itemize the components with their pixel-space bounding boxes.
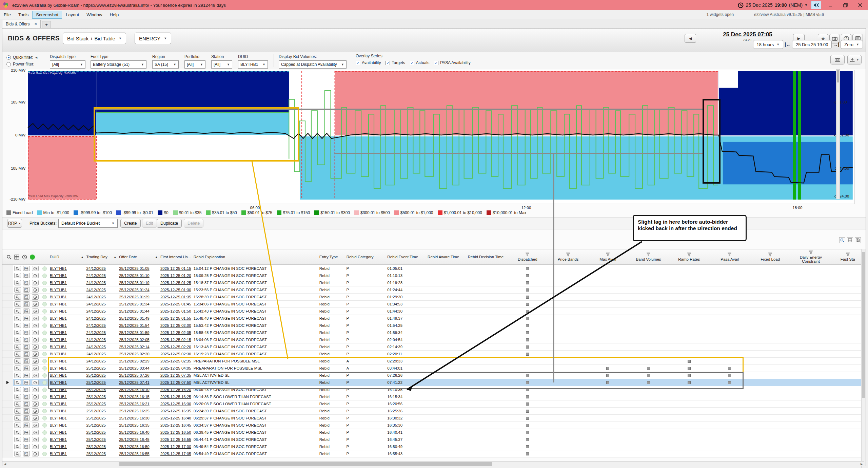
row-time-button[interactable]: [32, 301, 39, 307]
cell-offer-date[interactable]: 25/12/2025 01:34: [119, 301, 160, 307]
display-bid-volumes-select[interactable]: Capped at Dispatch Availability▼: [279, 60, 347, 69]
row-bands-button[interactable]: [23, 387, 30, 392]
region-select[interactable]: SA (15)▼: [152, 60, 179, 69]
header-price-bands[interactable]: Price Bands: [549, 249, 588, 264]
cell-trading-day[interactable]: 24/12/2025: [86, 308, 119, 315]
cell-offer-date[interactable]: 25/12/2025 02:20: [119, 351, 160, 357]
cell-first-interval[interactable]: 2025-12-25 01:20: [160, 272, 194, 279]
table-export-button[interactable]: [855, 237, 861, 243]
row-bands-button[interactable]: [23, 287, 30, 293]
cell-first-interval[interactable]: 2025-12-25 04:05: [160, 365, 194, 372]
row-bands-button[interactable]: [23, 344, 30, 350]
cell-first-interval[interactable]: 2025-12-25 07:35: [160, 372, 194, 379]
header-ramp-rates[interactable]: Ramp Rates: [669, 249, 709, 264]
cell-first-interval[interactable]: 2025-12-25 02:30: [160, 351, 194, 357]
cell-offer-date[interactable]: 25/12/2025 16:25: [119, 408, 160, 414]
station-select[interactable]: [All]▼: [211, 60, 232, 69]
row-inspect-button[interactable]: [14, 266, 21, 271]
row-bands-button[interactable]: [23, 444, 30, 449]
row-selector-gutter[interactable]: [2, 443, 13, 450]
cell-duid[interactable]: BLYTHB1: [50, 322, 86, 329]
row-inspect-button[interactable]: [14, 351, 21, 357]
cell-trading-day[interactable]: 24/12/2025: [86, 294, 119, 300]
delete-button[interactable]: Delete: [184, 219, 203, 228]
cell-first-interval[interactable]: 2025-12-25 02:05: [160, 329, 194, 336]
cell-trading-day[interactable]: 24/12/2025: [86, 343, 119, 350]
cell-first-interval[interactable]: 2025-12-25 16:50: [160, 429, 194, 436]
cell-duid[interactable]: BLYTHB1: [50, 272, 86, 279]
row-bands-button[interactable]: [23, 294, 30, 300]
cell-trading-day[interactable]: 25/12/2025: [86, 429, 119, 436]
view-selector[interactable]: Bid Stack + Bid Table▼: [63, 33, 126, 44]
row-selector-gutter[interactable]: [2, 322, 13, 329]
cell-offer-date[interactable]: 25/12/2025 16:40: [119, 429, 160, 436]
row-inspect-button[interactable]: [14, 358, 21, 364]
row-time-button[interactable]: [32, 380, 39, 385]
table-row[interactable]: BLYTHB1 24/12/2025 25/12/2025 02:05 2025…: [2, 336, 864, 343]
cell-first-interval[interactable]: 2025-12-25 01:15: [160, 265, 194, 272]
row-time-button[interactable]: [32, 437, 39, 442]
skip-start-icon[interactable]: |←: [785, 42, 791, 47]
chart-camera-button[interactable]: [830, 55, 845, 64]
cell-offer-date[interactable]: 25/12/2025 01:54: [119, 322, 160, 329]
cell-duid[interactable]: BLYTHB1: [50, 365, 86, 372]
row-bands-button[interactable]: [23, 430, 30, 435]
cell-offer-date[interactable]: 25/12/2025 16:35: [119, 422, 160, 429]
row-time-button[interactable]: [32, 373, 39, 378]
row-inspect-button[interactable]: [14, 344, 21, 350]
portfolio-select[interactable]: [All]▼: [184, 60, 205, 69]
header-rebid-aware-time[interactable]: Rebid Aware Time: [428, 249, 468, 264]
table-row[interactable]: BLYTHB1 25/12/2025 25/12/2025 16:25 2025…: [2, 408, 864, 415]
row-bands-button[interactable]: [23, 415, 30, 421]
mute-button[interactable]: [811, 1, 821, 9]
cell-duid[interactable]: BLYTHB1: [50, 379, 86, 386]
table-row[interactable]: BLYTHB1 25/12/2025 25/12/2025 16:55 2025…: [2, 450, 864, 457]
row-inspect-button[interactable]: [14, 273, 21, 278]
header-fixed-load[interactable]: Fixed Load: [750, 249, 791, 264]
row-bands-button[interactable]: [23, 280, 30, 285]
cell-first-interval[interactable]: 2025-12-25 01:50: [160, 308, 194, 315]
cell-duid[interactable]: BLYTHB1: [50, 351, 86, 357]
row-inspect-button[interactable]: [14, 387, 21, 392]
row-selector-gutter[interactable]: [2, 308, 13, 315]
row-inspect-button[interactable]: [14, 337, 21, 342]
row-time-button[interactable]: [32, 415, 39, 421]
cell-duid[interactable]: BLYTHB1: [50, 358, 86, 364]
cell-first-interval[interactable]: 2025-12-25 16:55: [160, 436, 194, 443]
row-selector-gutter[interactable]: [2, 358, 13, 364]
row-bands-button[interactable]: [23, 373, 30, 378]
row-selector-gutter[interactable]: [2, 393, 13, 400]
cell-duid[interactable]: BLYTHB1: [50, 408, 86, 414]
cell-offer-date[interactable]: 25/12/2025 16:10: [119, 386, 160, 393]
table-row[interactable]: BLYTHB1 25/12/2025 25/12/2025 16:35 2025…: [2, 422, 864, 429]
actuals-checkbox[interactable]: ✓Actuals: [410, 60, 429, 65]
row-selector-gutter[interactable]: [2, 279, 13, 286]
row-time-button[interactable]: [32, 387, 39, 392]
cell-offer-date[interactable]: 25/12/2025 01:10: [119, 272, 160, 279]
cell-duid[interactable]: BLYTHB1: [50, 286, 86, 293]
cell-duid[interactable]: BLYTHB1: [50, 429, 86, 436]
market-selector[interactable]: ENERGY▼: [135, 33, 171, 44]
table-columns-button[interactable]: [847, 237, 853, 243]
fuel-type-select[interactable]: Battery Storage (51)▼: [91, 60, 146, 69]
cell-offer-date[interactable]: 25/12/2025 16:21: [119, 400, 160, 407]
scroll-right-icon[interactable]: ▶: [859, 462, 864, 466]
row-inspect-button[interactable]: [14, 430, 21, 435]
row-selector-gutter[interactable]: [2, 343, 13, 350]
row-bands-button[interactable]: [23, 273, 30, 278]
menu-file[interactable]: File: [0, 11, 15, 19]
cell-trading-day[interactable]: 25/12/2025: [86, 365, 119, 372]
row-inspect-button[interactable]: [14, 294, 21, 300]
cell-offer-date[interactable]: 25/12/2025 02:14: [119, 343, 160, 350]
header-fast-start[interactable]: Fast Sta: [831, 249, 864, 264]
table-row[interactable]: BLYTHB1 25/12/2025 25/12/2025 16:15 2025…: [2, 393, 864, 400]
cell-offer-date[interactable]: 25/12/2025 03:44: [119, 365, 160, 372]
row-selector-gutter[interactable]: [2, 301, 13, 307]
table-row[interactable]: BLYTHB1 24/12/2025 25/12/2025 01:05 2025…: [2, 265, 864, 272]
row-time-button[interactable]: [32, 366, 39, 371]
table-row[interactable]: BLYTHB1 25/12/2025 25/12/2025 16:30 2025…: [2, 415, 864, 422]
cell-duid[interactable]: BLYTHB1: [50, 436, 86, 443]
cell-offer-date[interactable]: 25/12/2025 01:49: [119, 315, 160, 322]
table-horizontal-scrollbar[interactable]: ◀ ▶: [2, 461, 864, 466]
duplicate-button[interactable]: Duplicate: [157, 219, 182, 228]
